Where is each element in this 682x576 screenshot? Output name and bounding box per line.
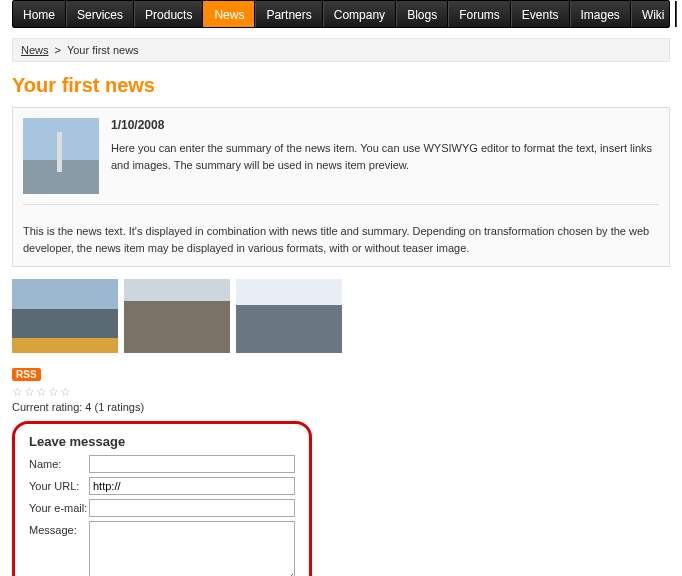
gallery-thumb[interactable] [124, 279, 230, 353]
url-label: Your URL: [29, 477, 89, 492]
nav-item-wiki[interactable]: Wiki [631, 1, 676, 27]
news-gallery [12, 279, 670, 353]
leave-message-form: Leave message Name: Your URL: Your e-mai… [12, 421, 312, 576]
name-field[interactable] [89, 455, 295, 473]
nav-item-services[interactable]: Services [66, 1, 134, 27]
message-field[interactable] [89, 521, 295, 576]
name-label: Name: [29, 455, 89, 470]
url-field[interactable] [89, 477, 295, 495]
nav-item-events[interactable]: Events [511, 1, 570, 27]
rating-text: Current rating: 4 (1 ratings) [12, 401, 670, 413]
breadcrumb: News > Your first news [12, 38, 670, 62]
email-field[interactable] [89, 499, 295, 517]
form-title: Leave message [29, 434, 295, 449]
nav-item-images[interactable]: Images [570, 1, 631, 27]
email-label: Your e-mail: [29, 499, 89, 514]
breadcrumb-separator: > [55, 44, 61, 56]
nav-item-partners[interactable]: Partners [255, 1, 322, 27]
message-label: Message: [29, 521, 89, 536]
nav-item-news[interactable]: News [203, 1, 255, 27]
gallery-thumb[interactable] [12, 279, 118, 353]
news-body-text: This is the news text. It's displayed in… [23, 204, 659, 256]
rss-badge[interactable]: RSS [12, 368, 41, 381]
nav-item-home[interactable]: Home [13, 1, 66, 27]
top-nav: HomeServicesProductsNewsPartnersCompanyB… [12, 0, 670, 28]
gallery-thumb[interactable] [236, 279, 342, 353]
nav-item-blogs[interactable]: Blogs [396, 1, 448, 27]
page-title: Your first news [12, 74, 670, 97]
news-summary: Here you can enter the summary of the ne… [111, 140, 659, 173]
news-teaser-image [23, 118, 99, 194]
breadcrumb-current: Your first news [67, 44, 139, 56]
breadcrumb-root-link[interactable]: News [21, 44, 49, 56]
nav-item-forums[interactable]: Forums [448, 1, 511, 27]
nav-item-company[interactable]: Company [323, 1, 396, 27]
rating-stars[interactable]: ☆☆☆☆☆ [12, 385, 670, 399]
news-date: 1/10/2008 [111, 118, 659, 132]
news-box: 1/10/2008 Here you can enter the summary… [12, 107, 670, 267]
nav-item-products[interactable]: Products [134, 1, 203, 27]
nav-item-examples[interactable]: Examples [676, 1, 682, 27]
